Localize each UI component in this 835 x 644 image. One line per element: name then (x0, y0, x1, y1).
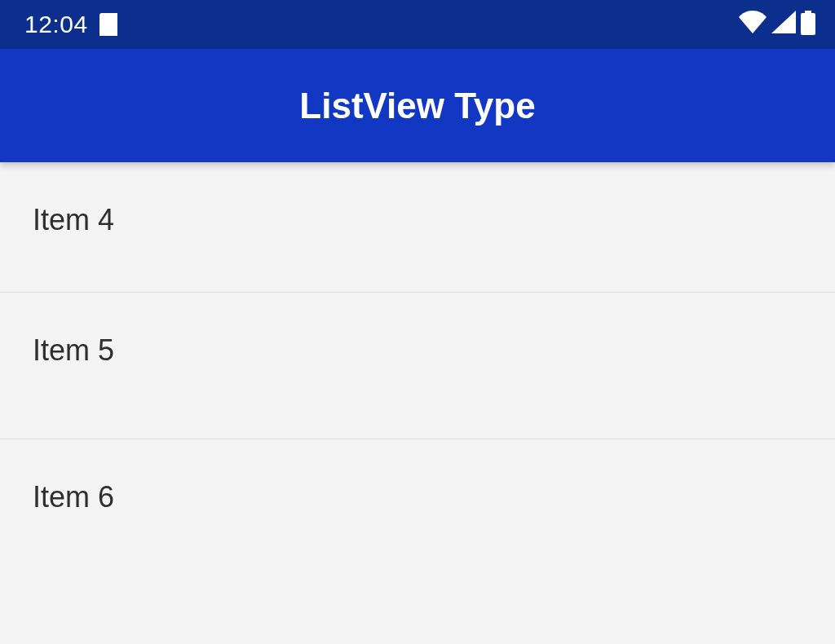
status-time: 12:04 (24, 11, 88, 38)
list-view[interactable]: Item 4 Item 5 Item 6 (0, 162, 835, 586)
battery-icon (801, 11, 815, 38)
wifi-icon (737, 11, 768, 38)
signal-icon (771, 11, 797, 38)
list-item-label: Item 4 (33, 203, 114, 237)
svg-rect-1 (805, 11, 811, 13)
list-item[interactable]: Item 6 (0, 439, 835, 586)
app-bar: ListView Type (0, 49, 835, 162)
svg-rect-2 (801, 13, 815, 35)
list-item-label: Item 5 (33, 333, 114, 368)
list-item-label: Item 6 (33, 480, 114, 514)
status-bar: 12:04 (0, 0, 835, 49)
list-item[interactable]: Item 4 (0, 162, 835, 293)
list-item[interactable]: Item 5 (0, 293, 835, 439)
sd-card-icon (99, 13, 117, 36)
status-left: 12:04 (24, 11, 117, 38)
status-right (737, 11, 815, 38)
app-title: ListView Type (299, 86, 535, 126)
